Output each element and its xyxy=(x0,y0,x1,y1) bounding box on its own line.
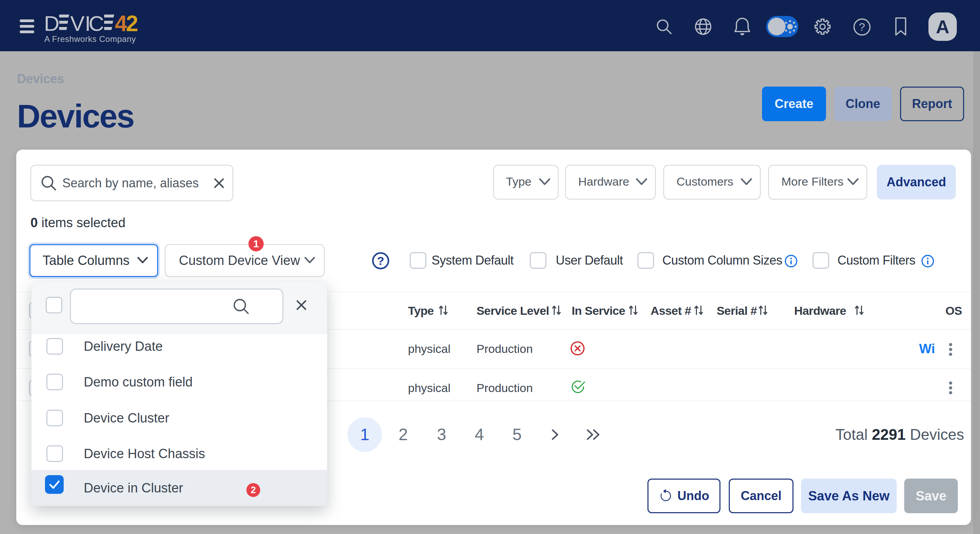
svg-text:V: V xyxy=(70,14,85,33)
svg-text:C: C xyxy=(89,14,104,33)
svg-text:4: 4 xyxy=(115,14,127,33)
svg-text:2: 2 xyxy=(126,14,138,33)
svg-text:?: ? xyxy=(859,21,865,33)
svg-text:D: D xyxy=(45,14,59,33)
svg-text:?: ? xyxy=(377,254,385,267)
